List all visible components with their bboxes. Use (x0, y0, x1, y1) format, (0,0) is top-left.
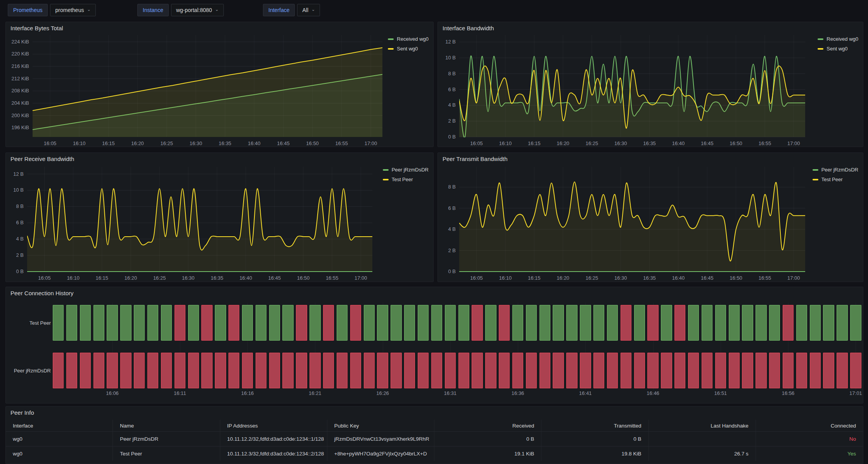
state-bar-connected (364, 305, 375, 341)
table-column-header[interactable]: Transmitted (541, 420, 648, 431)
state-bar-disconnected (201, 353, 212, 388)
table-column-header[interactable]: Connected (756, 420, 863, 431)
x-axis-tick-label: 16:10 (499, 275, 512, 281)
legend-label: Received wg0 (827, 36, 858, 42)
table-cell: 19.8 KiB (541, 447, 648, 461)
x-axis-tick-label: 16:06 (99, 390, 126, 396)
state-bar-disconnected (634, 353, 645, 388)
state-bar-disconnected (242, 353, 253, 388)
table-column-header[interactable]: Name (113, 420, 220, 431)
state-bar-disconnected (296, 353, 307, 388)
x-axis-tick-label: 16:50 (730, 140, 742, 146)
state-bar-disconnected (674, 353, 685, 388)
legend-swatch (388, 38, 394, 40)
y-axis-tick-label: 196 KiB (11, 125, 29, 130)
state-bar-disconnected (323, 305, 334, 341)
table-cell: 0 B (541, 432, 648, 446)
datasource-value: prometheus (55, 7, 84, 13)
legend-item[interactable]: Peer jRzmDsDR (383, 167, 429, 173)
table-column-header[interactable]: Last Handshake (649, 420, 756, 431)
y-axis-tick-label: 220 KiB (11, 51, 29, 57)
state-bar-disconnected (499, 353, 510, 388)
x-axis-tick-label: 16:40 (672, 140, 685, 146)
datasource-select[interactable]: prometheus ⌄ (50, 4, 95, 16)
table-cell: wg0 (6, 447, 113, 461)
state-bar-connected (810, 305, 821, 341)
legend-item[interactable]: Sent wg0 (818, 46, 858, 52)
x-axis-tick-label: 16:21 (301, 390, 329, 396)
legend-item[interactable]: Received wg0 (818, 36, 858, 42)
x-axis-tick-label: 16:05 (38, 275, 51, 281)
legend: Received wg0Sent wg0 (818, 36, 858, 52)
legend-label: Sent wg0 (397, 46, 418, 52)
table-cell: jRzmDsDRVnwCt13vsyamXherk9L9RhR (327, 432, 434, 446)
table-column-header[interactable]: IP Addresses (220, 420, 327, 431)
panel-interface-bytes-total: Interface Bytes Total Received wg0Sent w… (5, 22, 434, 147)
x-axis-tick-label: 16:51 (707, 390, 734, 396)
state-bar-connected (729, 305, 740, 341)
state-bar-connected (796, 305, 807, 341)
state-bar-disconnected (783, 305, 794, 341)
table-column-header[interactable]: Interface (6, 420, 113, 431)
state-bar-disconnected (472, 353, 482, 388)
y-axis-tick-label: 6 B (448, 205, 456, 211)
state-bar-disconnected (499, 305, 510, 341)
panel-peer-connection-history: Peer Connection History Test Peer Peer j… (5, 287, 863, 403)
panel-title[interactable]: Peer Connection History (10, 290, 74, 296)
table-column-header[interactable]: Received (434, 420, 541, 431)
legend-swatch (818, 48, 823, 50)
state-bar-connected (242, 305, 253, 341)
legend-item[interactable]: Peer jRzmDsDR (813, 167, 858, 173)
y-axis-tick-label: 4 B (16, 236, 24, 242)
x-axis-tick-label: 16:55 (759, 275, 771, 281)
state-bar-disconnected (66, 353, 77, 388)
legend-item[interactable]: Test Peer (813, 177, 858, 182)
x-axis-tick-label: 16:25 (153, 275, 166, 281)
state-bar-disconnected (837, 353, 847, 388)
y-axis-tick-label: 8 B (448, 184, 456, 190)
panel-title[interactable]: Peer Transmit Bandwidth (443, 156, 508, 162)
state-bar-disconnected (702, 353, 712, 388)
panel-interface-bandwidth: Interface Bandwidth Received wg0Sent wg0… (437, 22, 863, 147)
state-bar-connected (147, 305, 158, 341)
y-axis-tick-label: 208 KiB (11, 88, 29, 93)
state-bar-disconnected (553, 353, 564, 388)
x-axis-tick-label: 16:25 (586, 140, 598, 146)
panel-title[interactable]: Interface Bytes Total (10, 25, 63, 31)
instance-value: wg-portal:8080 (176, 7, 212, 13)
state-bar-connected (485, 305, 496, 341)
x-axis-tick-label: 16:15 (102, 140, 115, 146)
state-bar-connected (93, 305, 104, 341)
variable-interface: Interface All ⌄ (263, 4, 320, 16)
x-axis-tick-label: 16:45 (277, 140, 290, 146)
chevron-down-icon: ⌄ (215, 7, 219, 12)
variable-instance: Instance wg-portal:8080 ⌄ (137, 4, 224, 16)
table-column-header[interactable]: Public Key (327, 420, 434, 431)
x-axis-tick-label: 16:16 (234, 390, 261, 396)
legend-item[interactable]: Sent wg0 (388, 46, 429, 52)
timeseries-plot: 0 B2 B4 B6 B8 B10 B12 B16:0516:1016:1516… (6, 153, 433, 282)
state-bar-connected (823, 305, 834, 341)
state-bar-disconnected (661, 353, 672, 388)
legend-item[interactable]: Received wg0 (388, 36, 429, 42)
legend-label: Peer jRzmDsDR (821, 167, 858, 173)
panel-title[interactable]: Interface Bandwidth (443, 25, 494, 31)
interface-select[interactable]: All ⌄ (297, 4, 320, 16)
state-bar-disconnected (350, 353, 361, 388)
instance-label: Instance (137, 4, 169, 16)
legend-swatch (818, 38, 823, 40)
instance-select[interactable]: wg-portal:8080 ⌄ (171, 4, 224, 16)
panel-title[interactable]: Peer Receive Bandwidth (10, 156, 74, 162)
table-header-row: InterfaceNameIP AddressesPublic KeyRecei… (6, 420, 863, 431)
panel-title[interactable]: Peer Info (10, 409, 34, 416)
legend-item[interactable]: Test Peer (383, 177, 429, 182)
y-axis-tick-label: 0 B (448, 134, 456, 140)
x-axis-tick-label: 16:26 (369, 390, 396, 396)
state-bar-disconnected (350, 305, 361, 341)
state-bar-disconnected (621, 353, 631, 388)
y-axis-tick-label: 10 B (13, 187, 24, 193)
state-bar-disconnected (364, 353, 375, 388)
state-bar-connected (66, 305, 77, 341)
x-axis-tick-label: 16:05 (470, 275, 483, 281)
state-bar-disconnected (80, 353, 91, 388)
